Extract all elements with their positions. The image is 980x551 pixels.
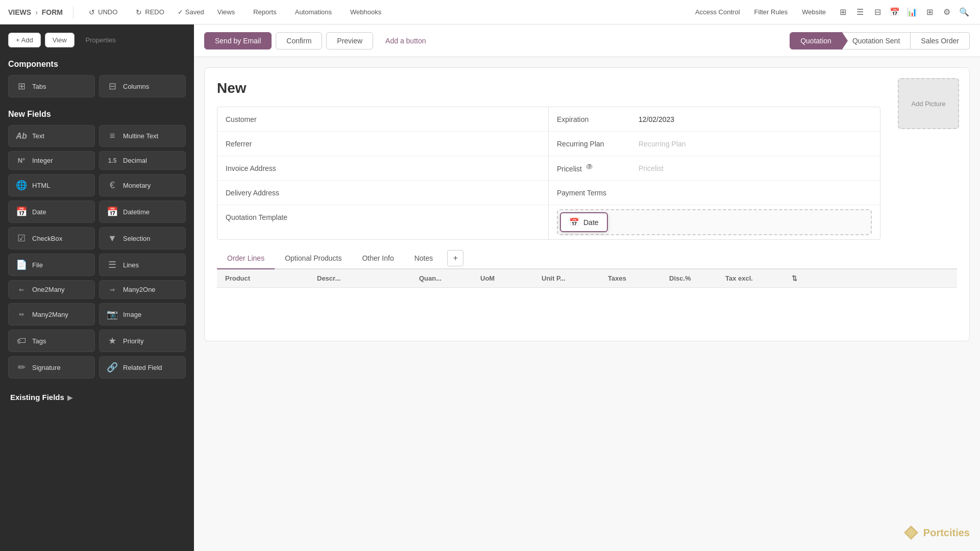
reports-button[interactable]: Reports	[248, 6, 282, 18]
sidebar-item-priority[interactable]: ★ Priority	[99, 330, 186, 352]
pricelist-value[interactable]: Pricelist	[639, 164, 872, 172]
add-button-btn[interactable]: Add a button	[377, 33, 434, 49]
form-row-expiration: Expiration 12/02/2023	[549, 107, 880, 132]
undo-label: UNDO	[98, 8, 117, 16]
priority-label: Priority	[123, 337, 143, 345]
sidebar-item-date[interactable]: 📅 Date	[8, 201, 95, 223]
sidebar-item-tabs[interactable]: ⊞ Tabs	[8, 75, 95, 97]
multiline-label: Multine Text	[123, 132, 158, 140]
sidebar-item-many2many[interactable]: ⇔ Many2Many	[8, 303, 95, 325]
calendar-view-icon[interactable]: 📅	[887, 5, 902, 20]
tab-notes[interactable]: Notes	[404, 248, 444, 269]
customer-label: Customer	[226, 115, 307, 123]
undo-button[interactable]: ↺ UNDO	[84, 6, 122, 18]
breadcrumb-form[interactable]: FORM	[42, 8, 63, 16]
html-label: HTML	[32, 182, 50, 189]
form-title: New	[217, 80, 957, 96]
top-navigation: VIEWS › FORM ↺ UNDO ↻ REDO ✓ Saved Views…	[0, 0, 980, 24]
quotation-template-label: Quotation Template	[226, 213, 307, 221]
text-label: Text	[32, 132, 44, 140]
saved-indicator: ✓ Saved	[178, 8, 204, 16]
sidebar-item-file[interactable]: 📄 File	[8, 254, 95, 276]
sidebar-item-image[interactable]: 📷 Image	[99, 303, 186, 325]
sidebar-item-lines[interactable]: ☰ Lines	[99, 254, 186, 276]
views-button[interactable]: Views	[212, 6, 240, 18]
top-nav-right: Access Control Filter Rules Website ⊞ ☰ …	[690, 5, 972, 20]
form-left-col: Customer Referrer Invoice Address D	[217, 107, 549, 239]
selection-label: Selection	[123, 235, 150, 242]
filter-rules-button[interactable]: Filter Rules	[749, 6, 793, 18]
checkbox-icon: ☑	[16, 233, 27, 244]
tab-order-lines[interactable]: Order Lines	[217, 248, 275, 269]
add-picture-button[interactable]: Add Picture	[898, 78, 959, 129]
breadcrumb-views[interactable]: VIEWS	[8, 8, 31, 16]
tab-optional-products[interactable]: Optional Products	[275, 248, 352, 269]
expiration-value[interactable]: 12/02/2023	[639, 115, 872, 123]
sidebar-item-signature[interactable]: ✏ Signature	[8, 356, 95, 379]
automations-button[interactable]: Automations	[290, 6, 337, 18]
sidebar-item-one2many[interactable]: ⇐ One2Many	[8, 280, 95, 299]
drop-zone[interactable]: 📅 Date	[557, 209, 872, 235]
signature-icon: ✏	[16, 362, 27, 373]
watermark: Portcities	[903, 524, 970, 541]
form-row-delivery-address: Delivery Address	[217, 181, 548, 205]
search-icon[interactable]: 🔍	[957, 5, 972, 20]
kanban-view-icon[interactable]: ⊟	[870, 5, 885, 20]
confirm-button[interactable]: Confirm	[276, 32, 322, 49]
sidebar-item-integer[interactable]: N° Integer	[8, 151, 95, 170]
pricelist-help-icon[interactable]: ?	[586, 164, 593, 169]
sidebar-item-tags[interactable]: 🏷 Tags	[8, 330, 95, 352]
redo-button[interactable]: ↻ REDO	[131, 6, 169, 18]
list-view-icon[interactable]: ⊞	[835, 5, 850, 20]
sidebar-item-text[interactable]: Ab Text	[8, 125, 95, 147]
portcities-diamond-icon	[903, 524, 919, 541]
form-row-dropzone: 📅 Date	[549, 205, 880, 239]
settings-icon[interactable]: ⚙	[939, 5, 954, 20]
components-title: Components	[8, 60, 186, 69]
form-row-invoice-address: Invoice Address	[217, 156, 548, 181]
send-email-button[interactable]: Send by Email	[204, 32, 272, 49]
webhooks-button[interactable]: Webhooks	[345, 6, 386, 18]
status-quotation[interactable]: Quotation	[790, 32, 842, 49]
form-row-recurring-plan: Recurring Plan Recurring Plan	[549, 132, 880, 156]
recurring-plan-label: Recurring Plan	[557, 140, 639, 148]
delivery-address-label: Delivery Address	[226, 189, 307, 197]
col-disc: Disc.%	[669, 274, 725, 282]
properties-button[interactable]: Properties	[79, 33, 123, 47]
sidebar-toolbar: + Add View Properties	[8, 33, 186, 47]
referrer-label: Referrer	[226, 140, 307, 148]
chart-view-icon[interactable]: 📊	[904, 5, 920, 20]
add-button[interactable]: + Add	[8, 33, 41, 47]
action-bar: Send by Email Confirm Preview Add a butt…	[194, 24, 980, 57]
existing-fields-section[interactable]: Existing Fields ▶	[8, 389, 186, 406]
sidebar-item-multiline[interactable]: ≡ Multine Text	[99, 125, 186, 147]
sidebar-item-decimal[interactable]: 1.5 Decimal	[99, 151, 186, 170]
form-row-quotation-template: Quotation Template	[217, 205, 548, 230]
sidebar-item-checkbox[interactable]: ☑ CheckBox	[8, 227, 95, 249]
tabs-label: Tabs	[32, 83, 46, 90]
preview-button[interactable]: Preview	[326, 32, 373, 49]
website-button[interactable]: Website	[797, 6, 831, 18]
recurring-plan-value[interactable]: Recurring Plan	[639, 140, 872, 148]
grid-view-icon[interactable]: ☰	[852, 5, 868, 20]
sidebar-item-related[interactable]: 🔗 Related Field	[99, 356, 186, 379]
status-quotation-sent[interactable]: Quotation Sent	[842, 32, 911, 49]
sidebar-item-datetime[interactable]: 📅 Datetime	[99, 201, 186, 223]
form-right-col: Expiration 12/02/2023 Recurring Plan Rec…	[549, 107, 880, 239]
col-settings[interactable]: ⇅	[792, 274, 807, 282]
tab-other-info[interactable]: Other Info	[352, 248, 404, 269]
table-view-icon[interactable]: ⊞	[922, 5, 937, 20]
col-taxes: Taxes	[608, 274, 669, 282]
many2one-icon: ⇒	[107, 286, 118, 293]
drag-date-icon: 📅	[569, 217, 579, 227]
sidebar-item-selection[interactable]: ▼ Selection	[99, 227, 186, 249]
view-button[interactable]: View	[45, 33, 75, 47]
status-sales-order[interactable]: Sales Order	[911, 32, 970, 49]
sidebar-item-monetary[interactable]: € Monetary	[99, 174, 186, 196]
sidebar-item-html[interactable]: 🌐 HTML	[8, 174, 95, 196]
access-control-button[interactable]: Access Control	[690, 6, 745, 18]
existing-fields-label: Existing Fields	[10, 393, 64, 402]
sidebar-item-many2one[interactable]: ⇒ Many2One	[99, 280, 186, 299]
add-tab-button[interactable]: +	[447, 250, 463, 266]
sidebar-item-columns[interactable]: ⊟ Columns	[99, 75, 186, 97]
